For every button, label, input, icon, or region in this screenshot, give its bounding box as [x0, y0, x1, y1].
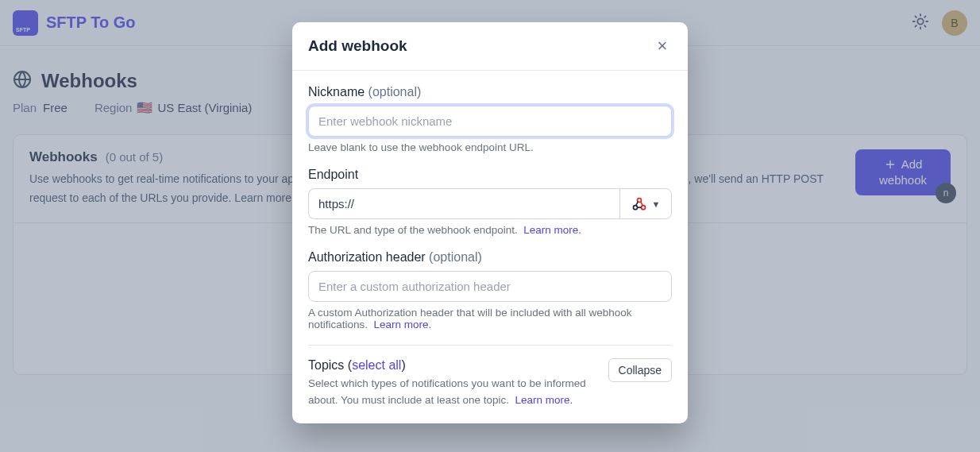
topics-header: Topics (select all) Select which types o…	[308, 358, 672, 409]
webhook-icon	[631, 196, 647, 212]
modal-header: Add webhook ×	[292, 22, 688, 71]
auth-input[interactable]	[308, 271, 672, 302]
caret-down-icon: ▼	[652, 199, 661, 209]
add-webhook-modal: Add webhook × Nickname (optional) Leave …	[292, 22, 688, 423]
endpoint-label: Endpoint	[308, 168, 672, 182]
section-separator	[308, 345, 672, 346]
nickname-helper: Leave blank to use the webhook endpoint …	[308, 141, 672, 153]
modal-overlay[interactable]: Add webhook × Nickname (optional) Leave …	[0, 0, 980, 452]
endpoint-input[interactable]	[308, 188, 619, 219]
auth-field: Authorization header (optional) A custom…	[308, 250, 672, 330]
topics-collapse-button[interactable]: Collapse	[608, 358, 672, 382]
close-icon: ×	[658, 36, 668, 56]
endpoint-field: Endpoint ▼	[308, 168, 672, 236]
endpoint-helper: The URL and type of the webhook endpoint…	[308, 224, 672, 236]
modal-title: Add webhook	[308, 37, 407, 55]
nickname-input[interactable]	[308, 106, 672, 137]
auth-optional: (optional)	[429, 250, 482, 264]
topics-label: Topics (select all)	[308, 358, 600, 373]
topics-select-all-link[interactable]: select all	[352, 358, 401, 372]
endpoint-learn-more-link[interactable]: Learn more.	[523, 224, 581, 236]
modal-close-button[interactable]: ×	[653, 37, 672, 56]
topics-learn-more-link[interactable]: Learn more.	[515, 394, 573, 406]
nickname-label: Nickname (optional)	[308, 85, 672, 99]
modal-body: Nickname (optional) Leave blank to use t…	[292, 71, 688, 423]
endpoint-type-dropdown[interactable]: ▼	[619, 188, 672, 219]
auth-learn-more-link[interactable]: Learn more.	[374, 319, 432, 330]
topics-help: Select which types of notifications you …	[308, 376, 600, 409]
svg-point-2	[633, 205, 637, 209]
auth-helper: A custom Authorization header that will …	[308, 307, 672, 330]
auth-label: Authorization header (optional)	[308, 250, 672, 265]
nickname-field: Nickname (optional) Leave blank to use t…	[308, 85, 672, 153]
svg-point-3	[641, 205, 645, 209]
nickname-optional: (optional)	[368, 85, 422, 99]
